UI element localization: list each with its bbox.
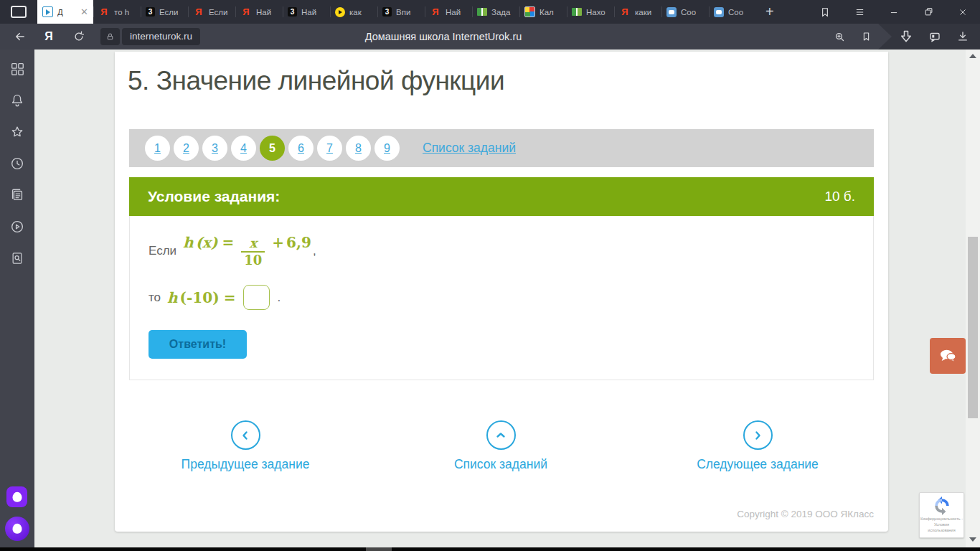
restore-button[interactable] — [911, 0, 946, 24]
restore-icon — [923, 6, 934, 17]
lesson-card: 5. Значение линейной функции 1 2 3 4 5 6… — [115, 52, 888, 532]
chevron-left-circle — [231, 420, 260, 450]
chevron-left-icon — [240, 430, 251, 441]
messenger-favicon — [714, 7, 724, 17]
tab-label: Най — [301, 8, 325, 17]
problem-line-2: то h(-10)= . — [149, 285, 281, 310]
alice-collections-icon[interactable] — [6, 486, 27, 507]
page-search-button[interactable] — [0, 250, 34, 266]
task-number-7[interactable]: 7 — [317, 136, 342, 161]
task-condition-header: Условие задания: 10 б. — [129, 177, 874, 216]
znanija-favicon — [382, 7, 392, 17]
tab[interactable]: Най — [425, 0, 472, 24]
scroll-up-arrow-icon[interactable] — [969, 54, 976, 58]
hamburger-icon — [854, 7, 866, 17]
tab-overview-icon — [11, 6, 27, 18]
task-number-1[interactable]: 1 — [145, 136, 170, 161]
calculator-favicon — [524, 6, 535, 17]
previous-task-button[interactable]: Предыдущее задание — [159, 420, 331, 472]
url-field[interactable]: interneturok.ru — [122, 28, 200, 45]
tab-bar: Д ✕ то h Если Если Най Най как Вп — [0, 0, 980, 24]
tab[interactable]: Соо — [661, 0, 709, 24]
messenger-favicon — [666, 7, 677, 17]
tab-label: Нахо — [586, 8, 609, 17]
articles-button[interactable] — [0, 187, 34, 203]
tab-active[interactable]: Д ✕ — [37, 0, 93, 24]
tab[interactable]: Соо — [709, 0, 756, 24]
active-download-button[interactable] — [895, 24, 917, 50]
tab-close-icon[interactable]: ✕ — [80, 7, 88, 17]
task-points-badge: 10 б. — [824, 189, 855, 204]
task-number-5-active[interactable]: 5 — [260, 136, 285, 161]
recaptcha-badge[interactable]: Конфиденциальность - Условия использован… — [919, 492, 964, 538]
recaptcha-privacy: Конфиденциальность - — [920, 517, 963, 522]
tab[interactable]: Если — [188, 0, 235, 24]
recaptcha-terms: Условия использования — [920, 522, 963, 533]
scrollbar-thumb[interactable] — [968, 237, 978, 418]
interneturok-favicon — [42, 6, 53, 17]
problem-line-1: Если h(x)=x10+6,9 , — [149, 234, 316, 268]
znanija-favicon — [288, 7, 297, 17]
scroll-down-arrow-icon[interactable] — [969, 537, 976, 542]
task-number-6[interactable]: 6 — [288, 136, 314, 161]
refresh-button[interactable] — [69, 24, 89, 50]
task-list-link[interactable]: Список заданий — [423, 141, 516, 156]
support-chat-button[interactable] — [930, 338, 966, 374]
collections-icon — [928, 30, 942, 43]
zoom-page-button[interactable] — [829, 24, 850, 50]
menu-button[interactable] — [842, 0, 877, 24]
chevron-right-circle — [743, 420, 773, 450]
tab[interactable]: Зада — [472, 0, 519, 24]
tab[interactable]: Если — [141, 0, 188, 24]
yandex-logo-icon[interactable]: Я — [39, 24, 58, 50]
bookmarks-button[interactable] — [0, 124, 34, 140]
answer-button[interactable]: Ответить! — [149, 330, 247, 359]
new-tab-button[interactable]: + — [756, 0, 783, 24]
task-number-2[interactable]: 2 — [174, 136, 199, 161]
site-security-chip[interactable] — [100, 28, 120, 45]
tab[interactable]: как — [330, 0, 377, 24]
comma: , — [313, 244, 316, 258]
page-scrollbar[interactable] — [966, 50, 980, 547]
tab[interactable]: Най — [283, 0, 330, 24]
tab[interactable]: Впи — [377, 0, 425, 24]
task-number-3[interactable]: 3 — [202, 136, 227, 161]
next-task-button[interactable]: Следующее задание — [672, 420, 844, 472]
problem-area: Если h(x)=x10+6,9 , то h(-10)= . Ответит… — [129, 216, 874, 380]
tab[interactable]: Нахо — [567, 0, 614, 24]
chevron-up-icon — [495, 430, 507, 441]
window-controls — [808, 0, 980, 24]
task-number-8[interactable]: 8 — [346, 136, 371, 161]
history-button[interactable] — [0, 156, 34, 171]
tab-label: Д — [57, 8, 78, 17]
chevron-up-circle — [486, 420, 516, 450]
video-button[interactable] — [0, 219, 34, 235]
add-bookmark-button[interactable] — [855, 24, 877, 50]
back-button[interactable] — [10, 24, 30, 50]
function-evaluation: h(-10)= — [167, 289, 237, 306]
close-window-button[interactable] — [946, 0, 980, 24]
lock-icon — [105, 32, 115, 42]
minimize-button[interactable] — [877, 0, 911, 24]
notifications-button[interactable] — [0, 93, 34, 108]
alice-voice-icon[interactable] — [5, 517, 29, 541]
extension-button[interactable] — [924, 24, 946, 50]
address-bar: Я interneturok.ru Домашняя школа Interne… — [0, 24, 980, 50]
tab[interactable]: то h — [93, 0, 141, 24]
tab[interactable]: каки — [614, 0, 661, 24]
then-word: то — [149, 291, 161, 305]
tab-label: Соо — [728, 8, 751, 17]
period: . — [277, 291, 281, 305]
chevron-right-icon — [752, 430, 763, 441]
task-number-4[interactable]: 4 — [231, 136, 256, 161]
downloads-button[interactable] — [952, 24, 974, 50]
tab[interactable]: Най — [235, 0, 283, 24]
tab-label: Соо — [681, 8, 704, 17]
tab-overview-button[interactable] — [0, 0, 37, 24]
tab[interactable]: Кал — [519, 0, 567, 24]
task-list-button[interactable]: Список заданий — [415, 420, 587, 472]
bookmarks-panel-button[interactable] — [808, 0, 842, 24]
answer-input[interactable] — [243, 285, 270, 310]
task-number-9[interactable]: 9 — [374, 136, 400, 161]
apps-grid-button[interactable] — [0, 61, 34, 77]
